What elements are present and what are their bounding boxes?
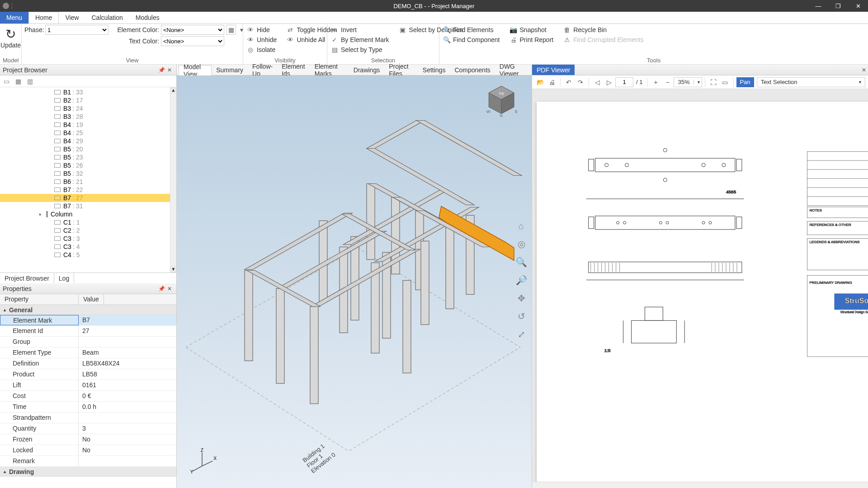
pdf-viewer-tab[interactable]: PDF Viewer (532, 65, 575, 75)
pdf-scrollbar-h[interactable] (532, 482, 868, 488)
zoom-in-button[interactable]: + (650, 77, 661, 88)
tree-item[interactable]: B4: 25 (0, 129, 176, 137)
center-tab[interactable]: DWG Viewer (495, 65, 530, 75)
minimize-button[interactable]: — (808, 0, 828, 12)
property-row[interactable]: LockedNo (0, 445, 176, 456)
menu-calculation[interactable]: Calculation (85, 12, 129, 23)
page-next-icon[interactable]: ▷ (604, 77, 614, 88)
center-tab[interactable]: Model View (179, 65, 212, 75)
isolate-button[interactable]: ◎Isolate (246, 45, 278, 55)
invert-button[interactable]: ⇋Invert (330, 25, 390, 35)
text-selection-mode[interactable]: Text Selection▾ (757, 77, 865, 87)
tree-item[interactable]: B2: 17 (0, 96, 176, 104)
page-input[interactable] (615, 77, 633, 87)
property-row[interactable]: Group (0, 337, 176, 347)
menu-button[interactable]: Menu (0, 12, 28, 23)
tree-item[interactable]: B3: 28 (0, 113, 176, 121)
pin-icon[interactable]: 📌 (157, 67, 165, 73)
view-cube[interactable]: Top W S N (485, 84, 518, 117)
tree-group-column[interactable]: ▾Column (0, 210, 176, 218)
tree-item[interactable]: C3: 4 (0, 243, 176, 251)
select-by-type-button[interactable]: ▤Select by Type (330, 45, 390, 55)
property-row[interactable]: Quantity3 (0, 423, 176, 434)
tab-log[interactable]: Log (54, 273, 74, 283)
tree-item[interactable]: B3: 24 (0, 104, 176, 113)
panel-close-icon[interactable]: ✕ (165, 67, 174, 73)
pan-icon[interactable]: ✥ (515, 292, 527, 304)
property-row[interactable]: ProductLB58 (0, 369, 176, 380)
center-tab[interactable]: Drawings (349, 65, 384, 75)
tree-item[interactable]: C3: 3 (0, 235, 176, 243)
property-row[interactable]: FrozenNo (0, 434, 176, 445)
center-tab[interactable]: Project Files (384, 65, 418, 75)
element-color-options-icon[interactable]: ▦ (226, 25, 236, 35)
center-tab[interactable]: Follow-Up (248, 65, 277, 75)
tree-item[interactable]: B5: 23 (0, 153, 176, 161)
center-tab[interactable]: Summary (212, 65, 248, 75)
menu-home[interactable]: Home (28, 12, 59, 23)
unhide-button[interactable]: 👁Unhide (246, 35, 278, 45)
find-component-button[interactable]: 🔍Find Component (442, 35, 501, 45)
zoom-icon[interactable]: 🔎 (515, 274, 527, 286)
pan-mode-button[interactable]: Pan (736, 77, 754, 87)
print-report-button[interactable]: 🖨Print Report (509, 35, 555, 45)
rotate-cw-icon[interactable]: ↷ (575, 77, 586, 88)
phase-select[interactable]: 1 (45, 25, 108, 35)
page-prev-icon[interactable]: ◁ (592, 77, 603, 88)
model-3d-view[interactable] (177, 75, 532, 488)
center-tab[interactable]: Element Ids (277, 65, 310, 75)
browser-tool-3-icon[interactable]: ▥ (27, 78, 34, 85)
fullscreen-icon[interactable]: ⛶ (708, 77, 719, 88)
find-elements-button[interactable]: 🔍Find Elements (442, 25, 501, 35)
property-row[interactable]: Lift0161 (0, 380, 176, 391)
property-row[interactable]: Element Id27 (0, 326, 176, 337)
menu-view[interactable]: View (59, 12, 85, 23)
tree-item[interactable]: B4: 19 (0, 121, 176, 129)
tree-item[interactable]: B7: 27 (0, 194, 176, 202)
find-corrupted-button[interactable]: ⚠Find Corrupted Elements (562, 35, 645, 45)
close-button[interactable]: ✕ (848, 0, 868, 12)
prop-group-drawing[interactable]: ▴Drawing (0, 467, 176, 477)
tree-item[interactable]: B5: 32 (0, 169, 176, 178)
tree-item[interactable]: B7: 31 (0, 202, 176, 210)
property-row[interactable]: Strandpattern (0, 413, 176, 423)
prop-group-general[interactable]: ▴General (0, 305, 176, 315)
zoom-out-button[interactable]: − (662, 77, 673, 88)
tree-item[interactable]: B5: 20 (0, 145, 176, 153)
tree-item[interactable]: B6: 21 (0, 178, 176, 186)
print-icon[interactable]: 🖨 (547, 77, 557, 88)
tree-item[interactable]: B4: 29 (0, 137, 176, 145)
menu-modules[interactable]: Modules (129, 12, 166, 23)
snapshot-button[interactable]: 📷Snapshot (509, 25, 555, 35)
center-tab[interactable]: Components (450, 65, 495, 75)
tree-item[interactable]: C1: 1 (0, 218, 176, 226)
open-file-icon[interactable]: 📂 (535, 77, 546, 88)
text-color-select[interactable]: <None> (161, 36, 224, 46)
property-row[interactable]: DefinitionLB58X48X24 (0, 358, 176, 369)
by-element-mark-button[interactable]: ✓By Element Mark (330, 35, 390, 45)
tree-item[interactable]: C4: 5 (0, 251, 176, 259)
zoom-in-icon[interactable]: 🔍 (515, 256, 527, 268)
maximize-button[interactable]: ❐ (828, 0, 848, 12)
update-button[interactable]: ↻ Update (3, 25, 19, 51)
property-row[interactable]: Element MarkB7 (0, 315, 176, 326)
tree-item[interactable]: B1: 33 (0, 88, 176, 96)
property-row[interactable]: Cost0 € (0, 391, 176, 402)
pdf-page[interactable]: 4565 (537, 102, 868, 482)
property-row[interactable]: Remark (0, 456, 176, 467)
tree-item[interactable]: C2: 2 (0, 226, 176, 235)
fit-width-icon[interactable]: ▭ (720, 77, 731, 88)
prop-pin-icon[interactable]: 📌 (157, 286, 165, 292)
tree-item[interactable]: B5: 26 (0, 161, 176, 169)
orbit-icon[interactable]: ◎ (515, 238, 527, 250)
center-tab[interactable]: Settings (418, 65, 450, 75)
home-view-icon[interactable]: ⌂ (515, 220, 527, 232)
scroll-up-icon[interactable]: ▲ (170, 87, 176, 94)
browser-tool-2-icon[interactable]: ▦ (15, 78, 23, 85)
reset-view-icon[interactable]: ↺ (515, 310, 527, 322)
property-row[interactable]: Element TypeBeam (0, 347, 176, 358)
rotate-ccw-icon[interactable]: ↶ (563, 77, 574, 88)
tree-item[interactable]: B7: 22 (0, 186, 176, 194)
recycle-bin-button[interactable]: 🗑Recycle Bin (562, 25, 645, 35)
axis-gizmo[interactable]: Z X Y (189, 449, 215, 474)
